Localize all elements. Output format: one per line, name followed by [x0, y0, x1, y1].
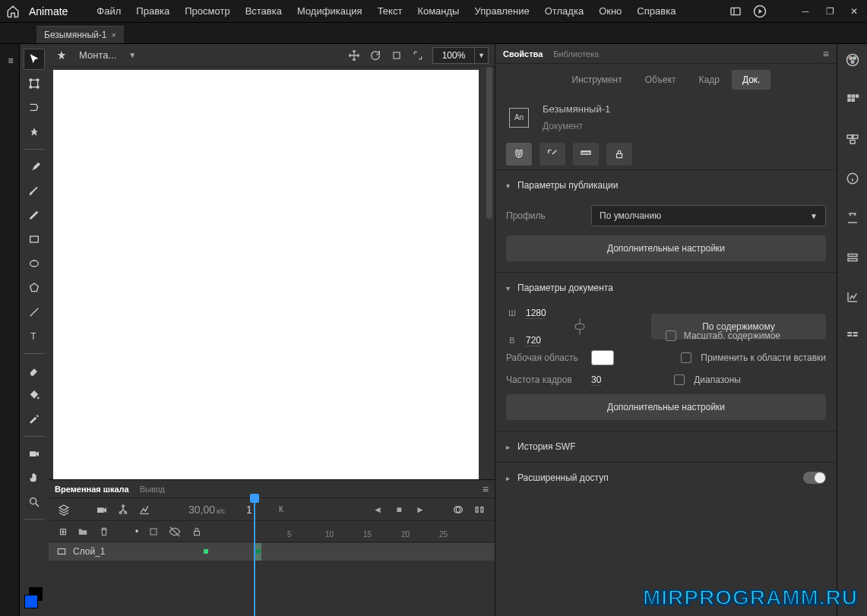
- oval-tool[interactable]: [24, 253, 45, 274]
- range-checkbox[interactable]: [674, 374, 685, 385]
- paint-bucket-tool[interactable]: [24, 384, 45, 406]
- zoom-tool[interactable]: [24, 491, 45, 513]
- timeline-tab[interactable]: Временная шкала: [55, 485, 129, 494]
- accessibility-head[interactable]: ▸ Расширенный доступ: [495, 463, 837, 493]
- play-icon[interactable]: [753, 5, 767, 18]
- pin-tool[interactable]: [24, 122, 45, 143]
- panel-menu-icon[interactable]: ≡: [823, 48, 829, 60]
- subtab-frame[interactable]: Кадр: [688, 70, 730, 90]
- text-tool[interactable]: T: [24, 326, 45, 347]
- camera-add-icon[interactable]: [94, 502, 109, 517]
- brush-tool[interactable]: [24, 156, 45, 177]
- subtab-tool[interactable]: Инструмент: [562, 70, 633, 90]
- lock-button-icon[interactable]: [606, 143, 632, 166]
- library-tab[interactable]: Библиотека: [553, 49, 599, 58]
- scene-icon[interactable]: [55, 49, 68, 62]
- rotate-icon[interactable]: [369, 49, 382, 62]
- transform-panel-icon[interactable]: [844, 210, 861, 226]
- color-swatches[interactable]: [24, 587, 44, 610]
- color-panel-icon[interactable]: [844, 52, 861, 68]
- profile-dropdown[interactable]: По умолчанию ▼: [591, 205, 826, 226]
- parent-icon[interactable]: [115, 502, 131, 517]
- delete-layer-icon[interactable]: [99, 526, 109, 537]
- next-icon[interactable]: ►: [413, 502, 428, 517]
- stop-icon[interactable]: ■: [391, 502, 407, 517]
- current-frame[interactable]: 1: [246, 504, 252, 516]
- lasso-tool[interactable]: [24, 97, 45, 118]
- fps-value[interactable]: 30,00: [188, 504, 215, 516]
- prev-icon[interactable]: ◄: [370, 502, 385, 517]
- free-transform-tool[interactable]: [24, 73, 45, 94]
- menu-commands[interactable]: Команды: [410, 2, 467, 20]
- stage-area[interactable]: [49, 67, 495, 479]
- menu-insert[interactable]: Вставка: [238, 2, 290, 20]
- frame-ruler[interactable]: 5 10 15 20 25: [254, 521, 495, 542]
- menu-debug[interactable]: Отладка: [537, 2, 591, 20]
- selection-tool[interactable]: [24, 49, 45, 70]
- accessibility-toggle[interactable]: [803, 472, 826, 484]
- lock-icon[interactable]: [191, 526, 202, 537]
- home-icon[interactable]: [6, 5, 20, 18]
- new-folder-icon[interactable]: [78, 526, 88, 537]
- workspace-icon[interactable]: [729, 5, 742, 18]
- hand-tool[interactable]: [24, 467, 45, 488]
- visibility-icon[interactable]: [169, 526, 181, 538]
- loop-icon[interactable]: [472, 502, 487, 517]
- layers-icon[interactable]: [56, 502, 71, 517]
- apply-checkbox[interactable]: [681, 352, 691, 363]
- eyedropper-tool[interactable]: [24, 409, 45, 430]
- onion-icon[interactable]: [451, 502, 466, 517]
- swf-history-head[interactable]: ▸ История SWF: [495, 431, 837, 462]
- layer-dot-icon[interactable]: •: [135, 526, 138, 537]
- document-tab[interactable]: Безымянный-1 ×: [36, 26, 124, 43]
- polystar-tool[interactable]: [24, 277, 45, 299]
- new-layer-icon[interactable]: ⊞: [59, 526, 67, 537]
- line-tool[interactable]: [24, 302, 45, 323]
- chevron-down-icon[interactable]: ▼: [128, 51, 136, 59]
- collapse-icon[interactable]: ≡: [0, 50, 21, 71]
- stage-color-swatch[interactable]: [591, 350, 614, 365]
- menu-control[interactable]: Управление: [467, 2, 536, 20]
- timeline-menu-icon[interactable]: ≡: [483, 483, 489, 495]
- clip-icon[interactable]: [390, 49, 403, 62]
- properties-tab[interactable]: Свойства: [503, 49, 543, 58]
- minimize-icon[interactable]: ─: [799, 5, 812, 18]
- close-icon[interactable]: ✕: [847, 5, 861, 18]
- maximize-icon[interactable]: ❐: [823, 5, 837, 18]
- fill-color-swatch[interactable]: [24, 595, 38, 608]
- fit-icon[interactable]: [411, 49, 425, 62]
- stage-canvas[interactable]: [53, 70, 479, 479]
- track-row[interactable]: [254, 542, 495, 561]
- guides-icon[interactable]: [540, 143, 565, 166]
- close-tab-icon[interactable]: ×: [111, 30, 115, 39]
- layer-name[interactable]: Слой_1: [73, 546, 106, 557]
- pen-tool[interactable]: [24, 204, 45, 226]
- menu-edit[interactable]: Правка: [128, 2, 177, 20]
- keyframe-dot[interactable]: [256, 549, 261, 554]
- zoom-field[interactable]: 100%: [432, 47, 475, 64]
- layer-row[interactable]: Слой_1: [49, 542, 254, 561]
- width-value[interactable]: 1280: [526, 308, 564, 318]
- doc-params-head[interactable]: ▾ Параметры документа: [495, 273, 837, 303]
- zoom-dropdown-icon[interactable]: ▼: [475, 47, 489, 64]
- scale-checkbox[interactable]: [666, 330, 676, 341]
- subtab-object[interactable]: Объект: [634, 70, 687, 90]
- rectangle-tool[interactable]: [24, 229, 45, 250]
- align-panel-icon[interactable]: [844, 131, 861, 147]
- history-panel-icon[interactable]: [844, 249, 861, 266]
- ruler-icon[interactable]: [573, 143, 599, 166]
- components-panel-icon[interactable]: [844, 328, 861, 345]
- subtab-doc[interactable]: Док.: [732, 70, 771, 90]
- playhead[interactable]: [254, 500, 255, 616]
- move-icon[interactable]: [347, 49, 361, 62]
- menu-view[interactable]: Просмотр: [177, 2, 237, 20]
- menu-modify[interactable]: Модификация: [290, 2, 370, 20]
- info-panel-icon[interactable]: [844, 170, 861, 187]
- menu-file[interactable]: Файл: [89, 2, 128, 20]
- stage-scrollbar-v[interactable]: [484, 67, 495, 479]
- magnet-icon[interactable]: [506, 143, 532, 166]
- eraser-tool[interactable]: [24, 360, 45, 381]
- graph-icon[interactable]: [137, 502, 152, 517]
- framerate-value[interactable]: 30: [591, 374, 629, 385]
- publish-section-head[interactable]: ▾ Параметры публикации: [495, 170, 837, 201]
